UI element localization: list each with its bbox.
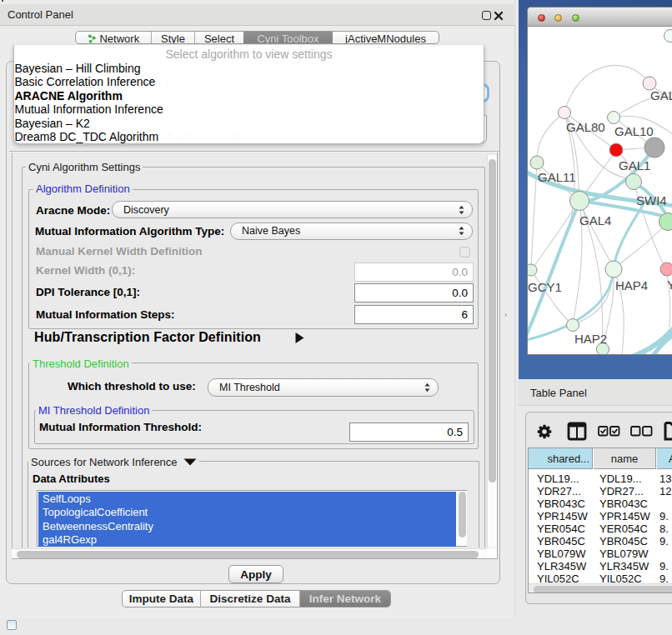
- svg-text:HAP2: HAP2: [574, 332, 607, 346]
- svg-text:GAL1: GAL1: [619, 158, 650, 172]
- svg-text:SWI4: SWI4: [636, 193, 667, 208]
- svg-text:GAL4: GAL4: [579, 213, 611, 228]
- svg-text:GAL10: GAL10: [614, 124, 654, 138]
- svg-text:GCY1: GCY1: [528, 280, 562, 294]
- svg-text:HAP4: HAP4: [615, 278, 648, 292]
- svg-text:Y: Y: [667, 278, 672, 292]
- svg-text:GAL11: GAL11: [538, 170, 576, 184]
- svg-text:GAL80: GAL80: [566, 120, 605, 134]
- svg-text:GAL7: GAL7: [650, 88, 672, 102]
